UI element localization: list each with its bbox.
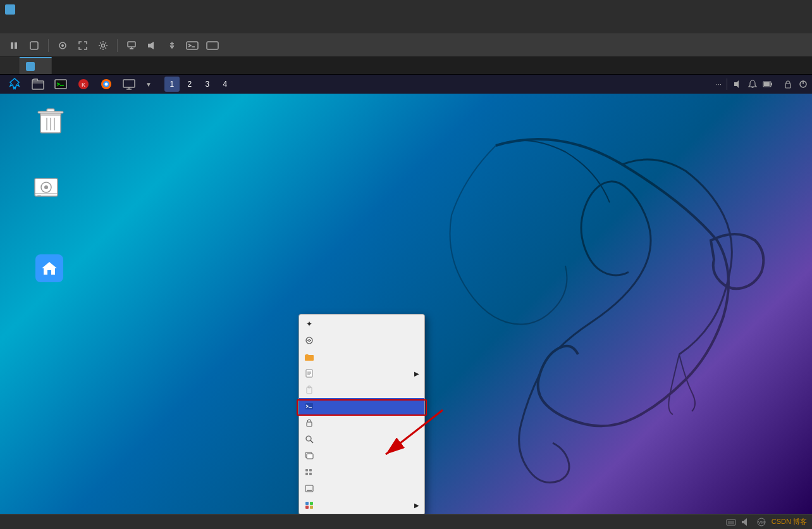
network-button[interactable] [123,37,140,54]
settings-button[interactable] [94,37,112,54]
vm-tab[interactable] [20,57,52,74]
vm-tab-icon [26,62,35,71]
power-button[interactable] [25,37,43,54]
kali-desktop[interactable]: ✦ ▶ [0,94,812,514]
svg-rect-1 [15,42,17,49]
vm-tab-close[interactable] [42,66,45,67]
svg-point-44 [44,185,48,189]
vm-tabs [0,57,812,75]
ctx-open-as-root[interactable] [299,414,424,431]
svg-point-5 [102,44,105,47]
create-document-arrow: ▶ [414,370,419,377]
toolbar-sep-2 [117,39,118,52]
create-folder-icon [304,352,314,362]
audio-button[interactable] [143,37,161,54]
svg-rect-68 [305,502,309,505]
sound-icon [732,79,742,89]
fullscreen-button[interactable] [74,37,92,54]
svg-text:K: K [82,82,85,88]
svg-point-58 [306,436,311,441]
minimize-button[interactable] [749,1,766,18]
paste-icon [304,385,314,395]
ctx-create-launcher[interactable]: ✦ [299,316,424,332]
vmware-toolbar [0,34,812,57]
battery-icon [763,79,773,89]
home-tab[interactable] [0,57,20,74]
close-button[interactable] [789,1,807,18]
svg-rect-61 [307,454,313,459]
vmware-statusbar: VM CSDN 博客 [0,514,812,529]
ctx-applications[interactable]: ▶ [299,497,424,513]
desktop-settings-icon [304,483,314,494]
ctx-desktop-settings[interactable] [299,480,424,497]
ctx-open-new-window[interactable] [299,447,424,464]
menu-edit[interactable] [20,25,25,28]
home-icon-image [34,253,65,283]
ctx-arrange-icons[interactable] [299,464,424,480]
toolbar-sep-1 [48,39,49,52]
svg-marker-10 [151,42,154,49]
workspace-3-btn[interactable]: 3 [200,77,215,92]
svg-rect-30 [764,82,770,86]
svg-rect-64 [305,473,308,475]
svg-rect-69 [310,502,313,505]
trash-desktop-icon[interactable] [25,101,76,139]
svg-rect-17 [32,81,44,89]
ctx-create-url[interactable] [299,332,424,349]
kali-menu-btn[interactable] [4,77,25,92]
svg-rect-32 [785,84,790,88]
applications-icon [304,500,314,510]
find-folder-icon [304,434,314,444]
svg-rect-0 [11,42,13,49]
cmd-button[interactable] [183,37,201,54]
arrange-icons-icon [304,467,314,477]
svg-marker-16 [10,78,19,89]
maximize-button[interactable] [769,1,787,18]
display-button[interactable] [204,37,221,54]
kali-icon-btn[interactable]: K [73,77,94,92]
terminal-btn[interactable] [51,77,71,92]
svg-rect-7 [130,48,133,49]
svg-rect-57 [307,422,312,426]
ctx-create-folder[interactable] [299,349,424,365]
svg-rect-71 [310,506,313,509]
workspace-2-btn[interactable]: 2 [182,77,197,92]
pause-button[interactable] [5,37,23,54]
svg-rect-70 [305,506,309,509]
snapshot-button[interactable] [54,37,71,54]
svg-text:VM: VM [758,520,765,525]
svg-marker-77 [744,518,747,526]
workspace-1-btn[interactable]: 1 [164,77,180,92]
menu-file[interactable] [5,25,10,28]
files-btn[interactable] [28,77,48,92]
csdn-watermark: CSDN 博客 [772,517,807,526]
applications-arrow: ▶ [414,502,419,509]
tray-audio-icon [741,517,751,527]
svg-rect-2 [30,42,38,49]
ctx-create-document[interactable]: ▶ [299,365,424,382]
svg-point-4 [61,44,64,47]
filesystem-icon-image [31,172,61,202]
ctx-find-folder[interactable] [299,431,424,447]
notification-icon [747,79,758,89]
svg-rect-6 [128,42,135,47]
screen-btn[interactable] [119,77,139,92]
usb-button[interactable] [163,37,181,54]
create-url-icon [304,335,314,345]
dropdown-btn[interactable]: ▼ [142,77,156,92]
firefox-btn[interactable] [96,77,116,92]
toolbar-divider [727,78,727,90]
trash-icon-image [35,104,66,134]
home-icon-bg [35,254,63,282]
titlebar-left [5,4,19,15]
svg-rect-75 [728,521,734,524]
create-launcher-icon: ✦ [304,319,314,329]
home-tab-close[interactable] [10,65,13,66]
kali-dragon-bg [369,94,812,514]
ctx-open-terminal[interactable] [299,398,424,414]
svg-rect-63 [309,469,312,471]
home-desktop-icon[interactable] [24,251,75,289]
workspace-4-btn[interactable]: 4 [218,77,233,92]
kali-toolbar: K ▼ 1 2 3 4 ··· [0,75,812,94]
filesystem-desktop-icon[interactable] [21,170,71,208]
